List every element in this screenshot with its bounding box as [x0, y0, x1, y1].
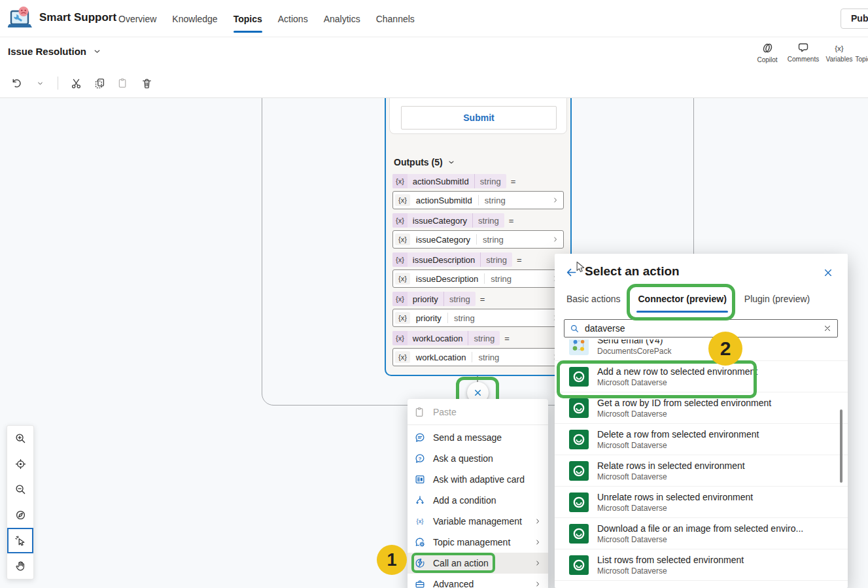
chevron-right-icon — [551, 196, 559, 204]
action-result-item[interactable]: List rows from selected environmentMicro… — [555, 549, 848, 581]
result-subtitle: Microsoft Dataverse — [597, 504, 753, 513]
result-title: Get a row by ID from selected environmen… — [597, 398, 771, 408]
topic-title-dropdown[interactable]: Issue Resolution — [8, 46, 101, 57]
variable-name: issueCategory — [408, 213, 472, 228]
variable-name: workLocation — [408, 331, 468, 345]
output-value-selector[interactable]: {x}prioritystring — [392, 309, 564, 327]
variable-type: string — [480, 252, 512, 267]
action-result-item[interactable]: Download a file or an image from selecte… — [555, 518, 848, 549]
menu-item-ask-a-question[interactable]: ?Ask a question — [408, 448, 548, 469]
output-assign-row[interactable]: {x}issueCategorystring= — [392, 213, 564, 228]
nav-tab-channels[interactable]: Channels — [376, 0, 415, 37]
menu-item-add-a-condition[interactable]: Add a condition — [408, 490, 548, 511]
tool-variables[interactable]: {x}Variables — [824, 41, 854, 63]
menu-item-send-a-message[interactable]: Send a message — [408, 427, 548, 448]
chevron-right-icon — [534, 559, 542, 567]
nav-tab-knowledge[interactable]: Knowledge — [172, 0, 217, 37]
tab-connector-preview[interactable]: Connector (preview) — [638, 290, 726, 311]
dataverse-icon — [569, 461, 589, 481]
tab-plugin-preview[interactable]: Plugin (preview) — [744, 290, 810, 311]
output-value-selector[interactable]: {x}issueCategorystring — [392, 230, 564, 249]
variable-chip[interactable]: {x}prioritystring — [392, 292, 476, 306]
outputs-header[interactable]: Outputs (5) — [394, 157, 455, 167]
output-value-selector[interactable]: {x}actionSubmitIdstring — [392, 191, 564, 209]
action-result-item[interactable]: Relate rows in selected environmentMicro… — [555, 455, 848, 487]
select-pointer-button[interactable] — [7, 528, 33, 553]
menu-item-ask-with-adaptive-card[interactable]: Ask with adaptive card — [408, 469, 548, 490]
menu-item-advanced[interactable]: Advanced — [408, 574, 548, 588]
variable-badge-icon: {x} — [395, 194, 410, 206]
chevron-down-icon — [93, 47, 101, 56]
menu-item-topic-management[interactable]: Topic management — [408, 532, 548, 553]
action-result-item[interactable]: Add a new row to selected environmentMic… — [555, 361, 848, 392]
output-assign-row[interactable]: {x}workLocationstring= — [392, 331, 564, 345]
message-icon — [414, 432, 426, 443]
nav-tab-overview[interactable]: Overview — [118, 0, 156, 37]
action-result-item[interactable]: Get a row by ID from selected environmen… — [555, 392, 848, 424]
nav-tab-topics[interactable]: Topics — [234, 0, 262, 37]
output-assign-row[interactable]: {x}issueDescriptionstring= — [392, 252, 564, 267]
chevron-right-icon — [551, 235, 559, 243]
card-submit-button[interactable]: Submit — [401, 106, 557, 130]
close-icon[interactable] — [823, 268, 833, 278]
tool-comments[interactable]: Comments — [788, 41, 818, 63]
pan-hand-button[interactable] — [7, 553, 33, 579]
tab-basic-actions[interactable]: Basic actions — [566, 290, 620, 311]
variable-badge-icon: {x} — [392, 292, 408, 306]
panel-scrollbar[interactable] — [840, 409, 842, 483]
variable-chip[interactable]: {x}workLocationstring — [392, 331, 500, 345]
menu-item-call-an-action[interactable]: Call an action — [408, 553, 548, 574]
zoom-out-button[interactable] — [7, 477, 33, 502]
variable-badge-icon: {x} — [392, 252, 408, 267]
clear-search-icon[interactable] — [823, 324, 832, 333]
output-assign-row[interactable]: {x}prioritystring= — [392, 292, 564, 306]
zoom-in-button[interactable] — [7, 426, 33, 451]
zoom-in-icon — [14, 432, 27, 445]
variable-chip[interactable]: {x}actionSubmitIdstring — [392, 174, 506, 188]
output-assign-row[interactable]: {x}actionSubmitIdstring= — [392, 174, 564, 188]
center-view-button[interactable] — [7, 451, 33, 477]
output-value-selector[interactable]: {x}issueDescriptionstring — [392, 269, 564, 288]
cut-button[interactable] — [67, 75, 84, 92]
tool-topic-checker[interactable]: Topic checker — [860, 41, 868, 63]
result-text: Get a row by ID from selected environmen… — [597, 398, 771, 419]
adaptive-card-node[interactable]: Submit Outputs (5) {x}actionSubmitIdstri… — [385, 98, 572, 376]
variable-chip[interactable]: {x}issueCategorystring — [392, 213, 504, 228]
publish-button[interactable]: Publish — [841, 9, 868, 29]
menu-item-variable-management[interactable]: {x}Variable management — [408, 511, 548, 532]
result-text: Add a new row to selected environmentMic… — [597, 366, 757, 387]
topic-canvas[interactable]: Submit Outputs (5) {x}actionSubmitIdstri… — [0, 98, 868, 588]
delete-button[interactable] — [138, 75, 155, 92]
menu-item-label: Advanced — [433, 579, 474, 588]
menu-item-label: Ask a question — [433, 453, 493, 464]
copy-button[interactable] — [91, 75, 108, 92]
undo-button[interactable] — [8, 75, 25, 92]
action-result-item[interactable]: Unrelate rows in selected environmentMic… — [555, 487, 848, 518]
question-icon: ? — [414, 453, 426, 464]
variable-type: string — [443, 292, 476, 306]
variable-type: string — [472, 213, 504, 228]
nav-tab-actions[interactable]: Actions — [278, 0, 308, 37]
variable-name: issueDescription — [408, 252, 480, 267]
action-result-item[interactable]: Send email (V4)DocumentsCorePack — [555, 339, 848, 361]
menu-item-label: Variable management — [433, 516, 522, 527]
svg-text:?: ? — [419, 456, 422, 462]
result-title: Send email (V4) — [597, 339, 671, 345]
action-search-box[interactable] — [564, 319, 838, 337]
menu-item-paste[interactable]: Paste — [408, 402, 548, 423]
output-value-selector[interactable]: {x}workLocationstring — [392, 348, 564, 366]
chevron-right-icon — [534, 517, 542, 525]
paste-button[interactable] — [114, 75, 131, 92]
result-subtitle: Microsoft Dataverse — [597, 441, 759, 450]
tool-copilot[interactable]: Copilot — [752, 41, 782, 63]
compass-button[interactable] — [7, 502, 33, 528]
variable-badge-icon: {x} — [395, 351, 410, 363]
undo-menu-chevron-button[interactable] — [31, 75, 48, 92]
nav-tab-analytics[interactable]: Analytics — [324, 0, 360, 37]
variable-chip[interactable]: {x}issueDescriptionstring — [392, 252, 512, 267]
paste-icon — [117, 77, 129, 89]
search-input[interactable] — [585, 323, 818, 334]
action-result-item[interactable]: Delete a row from selected environmentMi… — [555, 424, 848, 455]
variables-icon: {x} — [832, 41, 846, 54]
variable-icon: {x} — [414, 515, 426, 527]
